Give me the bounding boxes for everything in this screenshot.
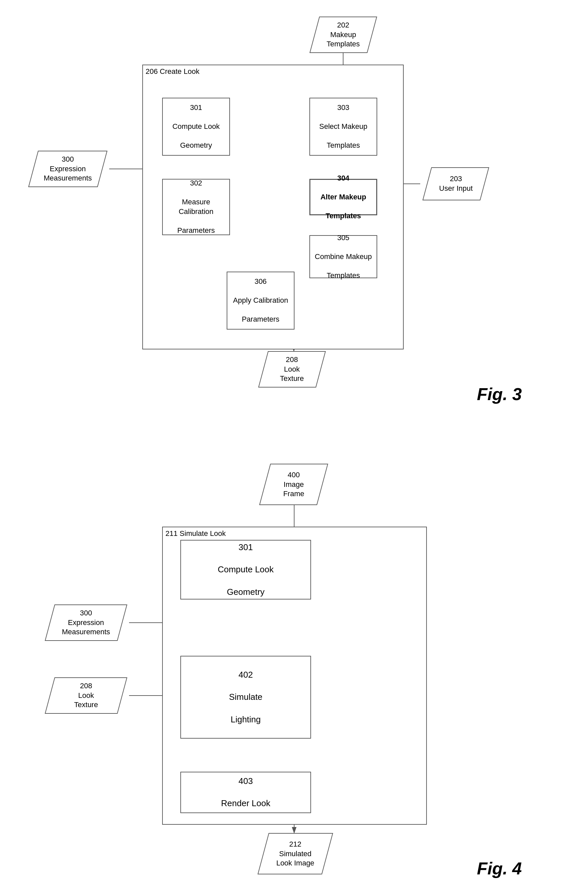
box-303: 303 Select Makeup Templates: [309, 98, 377, 156]
fig3-label: Fig. 3: [477, 384, 522, 404]
label-211: 211 Simulate Look: [165, 529, 226, 538]
shape-400: 400 Image Frame: [259, 464, 328, 505]
box-403: 403 Render Look: [180, 772, 311, 813]
box-301-fig3: 301 Compute Look Geometry: [162, 98, 230, 156]
shape-203: 203 User Input: [423, 167, 489, 200]
label-206: 206 Create Look: [146, 67, 200, 76]
box-402: 402 Simulate Lighting: [180, 656, 311, 739]
box-306: 306 Apply Calibration Parameters: [226, 272, 294, 330]
box-304: 304 Alter Makeup Templates: [309, 179, 377, 215]
shape-208-fig3: 208 Look Texture: [258, 351, 326, 388]
fig4-label: Fig. 4: [477, 858, 522, 878]
shape-208-fig4: 208 Look Texture: [45, 677, 127, 714]
box-301-fig4: 301 Compute Look Geometry: [180, 540, 311, 599]
figure-3: 202 Makeup Templates 300 Expression Meas…: [0, 0, 588, 430]
box-302: 302 Measure Calibration Parameters: [162, 179, 230, 235]
figure-4: 400 Image Frame 300 Expression Measureme…: [0, 444, 588, 885]
shape-202: 202 Makeup Templates: [309, 17, 377, 53]
box-305: 305 Combine Makeup Templates: [309, 235, 377, 278]
shape-212: 212 Simulated Look Image: [257, 833, 333, 874]
shape-300-fig3: 300 Expression Measurements: [28, 151, 107, 187]
shape-300-fig4: 300 Expression Measurements: [45, 605, 127, 641]
